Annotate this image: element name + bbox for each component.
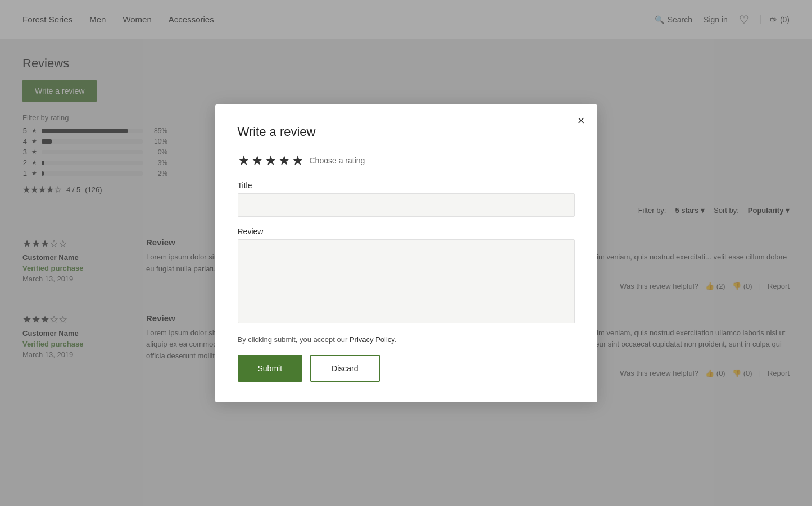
modal-close-button[interactable]: × — [578, 115, 585, 127]
title-label: Title — [238, 181, 575, 190]
modal-title: Write a review — [238, 125, 575, 139]
review-textarea[interactable] — [238, 239, 575, 323]
privacy-suffix: . — [394, 335, 397, 344]
modal-buttons: Submit Discard — [238, 355, 575, 382]
stars-display[interactable]: ★★★★★ — [238, 153, 305, 168]
modal-overlay[interactable]: Write a review × ★★★★★ Choose a rating T… — [0, 0, 812, 506]
privacy-policy-link[interactable]: Privacy Policy — [350, 335, 394, 344]
choose-rating-text: Choose a rating — [310, 156, 365, 165]
star-rating-selector: ★★★★★ Choose a rating — [238, 153, 575, 168]
review-label: Review — [238, 227, 575, 236]
privacy-prefix: By clicking submit, you accept our — [238, 335, 350, 344]
discard-button[interactable]: Discard — [310, 355, 379, 382]
write-review-modal: Write a review × ★★★★★ Choose a rating T… — [215, 104, 597, 402]
title-input[interactable] — [238, 193, 575, 217]
privacy-text: By clicking submit, you accept our Priva… — [238, 335, 575, 344]
submit-button[interactable]: Submit — [238, 355, 303, 382]
